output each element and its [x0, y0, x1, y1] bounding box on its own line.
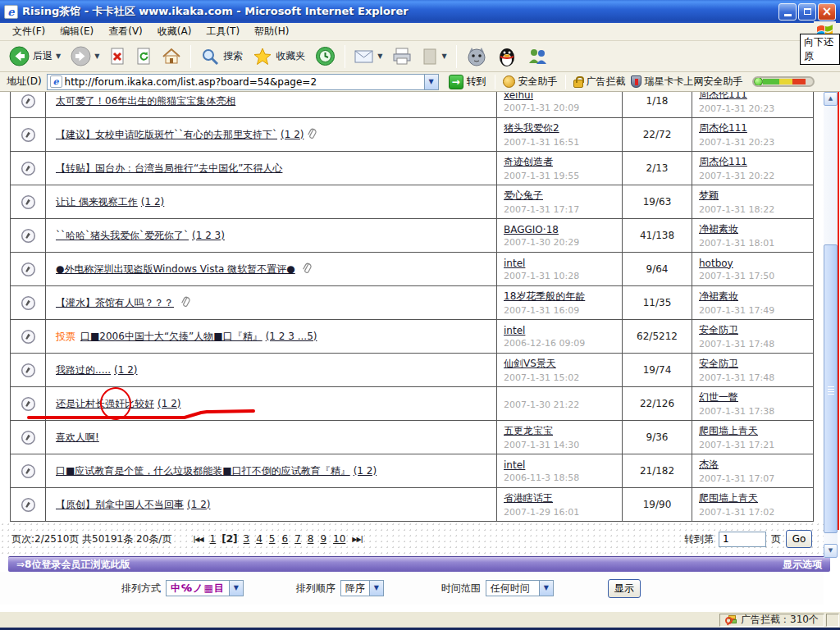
thread-pages-links[interactable]: (1 2) — [114, 364, 137, 376]
last-replier-link[interactable]: 周杰伦111 — [699, 155, 747, 169]
page-link[interactable]: 10 — [333, 533, 345, 545]
page-link[interactable]: [2] — [221, 533, 237, 545]
home-button[interactable] — [158, 44, 185, 69]
vertical-scrollbar[interactable]: ▲ ▼ — [824, 92, 838, 558]
forward-button[interactable]: ▼ — [66, 43, 103, 69]
refresh-button[interactable] — [131, 44, 156, 69]
show-button[interactable]: 显示 — [608, 579, 641, 598]
last-replier-link[interactable]: 爬围墙上青天 — [699, 491, 758, 505]
go-button[interactable]: → 转到 — [445, 74, 490, 90]
address-dropdown-icon[interactable]: ▼ — [424, 75, 438, 89]
last-replier-link[interactable]: 杰洛 — [699, 458, 719, 472]
author-link[interactable]: 省港瞎话王 — [504, 491, 553, 505]
goto-page-input[interactable] — [719, 532, 766, 547]
thread-pages-links[interactable]: (1 2) — [281, 129, 304, 140]
thread-title-link[interactable]: 口■应试教育是个筐，什么垃圾都能装■口打不倒的应试教育『精』 — [56, 464, 350, 478]
history-button[interactable] — [311, 43, 340, 69]
last-page-button[interactable]: ▶▶| — [352, 536, 362, 543]
qq-button[interactable] — [493, 43, 521, 70]
page-link[interactable]: 1 — [210, 533, 217, 545]
first-page-button[interactable]: |◀◀ — [193, 536, 203, 543]
rising-assistant-button[interactable]: 瑞星卡卡上网安全助手 — [628, 74, 746, 89]
author-link[interactable]: 奇迹创造者 — [504, 155, 553, 169]
author-link[interactable]: BAGGIO·18 — [504, 224, 559, 235]
time-range-select[interactable]: 任何时间 ▼ — [486, 580, 554, 596]
thread-title-link[interactable]: 【建议】女校申请吃版斑竹``有心的去那里支持下` — [56, 128, 277, 142]
menu-view[interactable]: 查看(V) — [101, 22, 150, 41]
thread-title-link[interactable]: 【转贴】国台办：台湾当局推行“去中国化”不得人心 — [56, 162, 282, 176]
address-input[interactable] — [65, 75, 424, 89]
goto-go-button[interactable]: Go — [786, 530, 812, 548]
page-link[interactable]: 9 — [320, 533, 326, 545]
minimize-button[interactable] — [778, 3, 797, 21]
mail-dropdown-icon[interactable]: ▼ — [377, 52, 382, 60]
edit-dropdown-icon[interactable]: ▼ — [441, 52, 446, 60]
author-link[interactable]: 五更龙宝宝 — [504, 424, 553, 438]
menu-help[interactable]: 帮助(H) — [247, 22, 296, 41]
thread-title-link[interactable]: 喜欢人啊! — [56, 431, 99, 445]
print-button[interactable] — [388, 45, 416, 68]
forward-dropdown-icon[interactable]: ▼ — [94, 52, 99, 60]
scrollbar-thumb[interactable] — [824, 244, 838, 533]
thread-pages-links[interactable]: (1 2) — [187, 499, 210, 510]
thread-title-link[interactable]: 口■2006中国十大“欠揍”人物■口『精』 — [80, 330, 262, 344]
author-link[interactable]: 爱心兔子 — [504, 189, 543, 203]
author-link[interactable]: intel — [504, 325, 525, 336]
last-replier-link[interactable]: 净裙素妆 — [699, 222, 738, 236]
scroll-down-button[interactable]: ▼ — [824, 544, 838, 558]
sort-order-select[interactable]: 降序 ▼ — [340, 580, 384, 596]
last-replier-link[interactable]: 安全防卫 — [699, 357, 738, 371]
last-replier-link[interactable]: hotboy — [699, 258, 733, 269]
thread-pages-links[interactable]: (1 2) — [354, 465, 377, 477]
menu-file[interactable]: 文件(F) — [5, 22, 52, 41]
display-options-link[interactable]: 显示选项 — [783, 558, 822, 572]
scroll-up-button[interactable]: ▲ — [824, 92, 838, 106]
thread-pages-links[interactable]: (1 2 3 ...5) — [266, 331, 317, 342]
menu-edit[interactable]: 编辑(E) — [52, 22, 101, 41]
page-link[interactable]: 4 — [256, 533, 262, 545]
author-link[interactable]: 猪头我爱你2 — [504, 121, 559, 135]
page-link[interactable]: 7 — [294, 533, 301, 545]
thread-title-link[interactable]: 【灌水】茶馆有人吗？？？ — [56, 296, 174, 310]
sort-mode-select[interactable]: 中℅ノ▦目 ▼ — [166, 580, 244, 596]
thread-pages-links[interactable]: (1 2) — [158, 398, 180, 409]
stop-button[interactable] — [105, 44, 130, 69]
last-replier-link[interactable]: 周杰伦111 — [699, 121, 747, 135]
restore-button[interactable] — [798, 3, 816, 21]
security-assistant-button[interactable]: 安全助手 — [500, 74, 560, 89]
author-link[interactable]: intel — [504, 459, 525, 471]
thread-title-link[interactable]: 让让 偶来视察工作 — [56, 195, 138, 209]
thread-pages-links[interactable]: (1 2 3) — [192, 230, 225, 241]
thread-title-link[interactable]: 【原创】别拿中国人不当回事 — [56, 498, 184, 512]
author-link[interactable]: xeihui — [504, 92, 533, 101]
last-replier-link[interactable]: 周杰伦111 — [699, 92, 747, 102]
page-link[interactable]: 6 — [282, 533, 289, 545]
thread-title-link[interactable]: ``哈哈`猪头我爱你`爱死你了` — [56, 229, 189, 243]
adblock-button[interactable]: 广告拦截 — [571, 74, 628, 89]
thread-pages-links[interactable]: (1 2) — [141, 196, 164, 208]
last-replier-link[interactable]: 幻世一瞥 — [699, 390, 738, 404]
rising-kaka-button[interactable] — [462, 43, 491, 70]
last-replier-link[interactable]: 爬围墙上青天 — [699, 424, 758, 438]
thread-title-link[interactable]: 我路过的..... — [56, 363, 111, 377]
menu-favorites[interactable]: 收藏(A) — [150, 22, 199, 41]
last-replier-link[interactable]: 梦颖 — [699, 189, 719, 203]
last-replier-link[interactable]: 净裙素妆 — [699, 290, 738, 304]
menu-tools[interactable]: 工具(T) — [199, 22, 247, 41]
author-link[interactable]: intel — [504, 258, 525, 269]
page-link[interactable]: 8 — [308, 533, 314, 545]
close-button[interactable]: × — [818, 3, 836, 21]
edit-button[interactable]: ▼ — [418, 45, 450, 68]
last-replier-link[interactable]: 安全防卫 — [699, 323, 738, 337]
back-button[interactable]: 后退 ▼ — [5, 43, 65, 69]
page-link[interactable]: 3 — [244, 533, 250, 545]
thread-title-link[interactable]: ●外电称深圳出现盗版Windows Vista 微软暂不置评● — [56, 262, 295, 276]
author-link[interactable]: 仙剑VS景天 — [504, 357, 556, 371]
author-link[interactable]: 18岁花季般的年龄 — [504, 290, 585, 304]
thread-title-link[interactable]: 还是让村长强奸比较好 — [56, 397, 154, 411]
messenger-button[interactable] — [523, 44, 552, 69]
page-link[interactable]: 5 — [269, 533, 276, 545]
search-button[interactable]: 搜索 — [196, 44, 247, 69]
mail-button[interactable]: ▼ — [350, 47, 386, 66]
favorites-button[interactable]: 收藏夹 — [249, 44, 309, 69]
